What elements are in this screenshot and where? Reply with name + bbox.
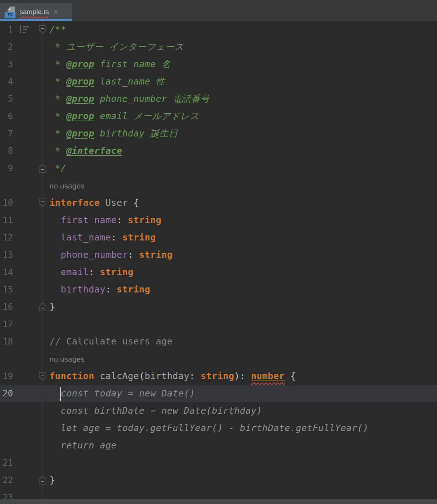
usages-inlay-hint[interactable]: no usages: [49, 355, 85, 363]
code-row-6[interactable]: 6 * @prop email メールアドレス: [0, 108, 437, 125]
code-token: interface: [49, 197, 100, 208]
code-token: {: [134, 197, 139, 208]
code-row-7[interactable]: 7 * @prop birthday 誕生日: [0, 125, 437, 142]
line-number: 20: [0, 385, 13, 402]
code-text: return age: [43, 437, 437, 454]
tab-sample-ts[interactable]: TS sample.ts ×: [0, 3, 72, 21]
fold-region-end-icon[interactable]: [39, 303, 47, 312]
code-token: // Calculate users age: [49, 336, 173, 347]
gutter: 4: [0, 73, 43, 90]
code-token: calcAge: [94, 371, 139, 381]
line-number: 5: [0, 90, 13, 108]
code-row-4[interactable]: 4 * @prop last_name 性: [0, 73, 437, 90]
code-token: email メールアドレス: [94, 111, 199, 121]
fold-region-start-icon[interactable]: [39, 199, 47, 208]
gutter: 3: [0, 56, 43, 73]
gutter: 11: [0, 212, 43, 229]
code-row-ghost-23[interactable]: let age = today.getFullYear() - birthDat…: [0, 420, 437, 437]
line-number: 15: [0, 281, 13, 298]
gutter: [0, 177, 43, 194]
line-number: 21: [0, 454, 13, 472]
gutter: 2: [0, 38, 43, 56]
code-text: /**: [43, 21, 437, 38]
code-text: first_name: string: [43, 212, 437, 229]
line-number: 16: [0, 298, 13, 316]
code-text: * @prop email メールアドレス: [43, 108, 437, 125]
code-token: @prop: [66, 111, 95, 121]
code-row-14[interactable]: 14 email: string: [0, 264, 437, 281]
fold-region-start-icon[interactable]: [39, 372, 47, 381]
code-row-ghost-24[interactable]: return age: [0, 437, 437, 454]
code-row-17[interactable]: 17: [0, 316, 437, 333]
code-row-8[interactable]: 8 * @interface: [0, 142, 437, 160]
code-token: phone_number: [49, 249, 128, 260]
gutter: 21: [0, 454, 43, 472]
code-row-18[interactable]: 18// Calculate users age: [0, 333, 437, 350]
code-token: string: [128, 215, 161, 225]
close-icon[interactable]: ×: [53, 8, 58, 16]
code-token: @prop: [66, 94, 95, 104]
fold-region-start-icon[interactable]: [39, 25, 47, 34]
code-row-13[interactable]: 13 phone_number: string: [0, 246, 437, 264]
code-row-2[interactable]: 2 * ユーザー インターフェース: [0, 38, 437, 56]
gutter: 8: [0, 142, 43, 160]
line-number: 6: [0, 108, 13, 125]
code-row-15[interactable]: 15 birthday: string: [0, 281, 437, 298]
fold-region-end-icon[interactable]: [39, 164, 47, 173]
code-token: /**: [49, 24, 66, 35]
code-row-11[interactable]: 11 first_name: string: [0, 212, 437, 229]
code-token: @interface: [66, 145, 122, 156]
code-row-1[interactable]: 1/**: [0, 21, 437, 38]
code-row-21[interactable]: 21: [0, 454, 437, 472]
code-token: :: [190, 371, 201, 381]
code-rows: 1/**2 * ユーザー インターフェース3 * @prop first_nam…: [0, 21, 437, 504]
code-text: * @prop first_name 名: [43, 56, 437, 73]
code-editor[interactable]: 1/**2 * ユーザー インターフェース3 * @prop first_nam…: [0, 21, 437, 504]
code-row-10[interactable]: 10interface User {: [0, 194, 437, 212]
code-token: * ユーザー インターフェース: [49, 42, 184, 52]
code-row-ghost-22[interactable]: const birthDate = new Date(birthday): [0, 402, 437, 420]
line-number: 19: [0, 368, 13, 385]
fold-region-end-icon[interactable]: [39, 476, 47, 485]
code-token: :: [89, 267, 100, 277]
gutter: [0, 350, 43, 368]
code-token: first_name: [49, 215, 117, 225]
code-token: (: [139, 371, 145, 381]
code-text: [43, 316, 437, 333]
code-token: string: [100, 267, 134, 277]
code-row-12[interactable]: 12 last_name: string: [0, 229, 437, 246]
line-number: 4: [0, 73, 13, 90]
gutter: [0, 437, 43, 454]
code-row-20[interactable]: 20 const today = new Date(): [0, 385, 437, 402]
line-number: 1: [0, 21, 13, 38]
line-number: 3: [0, 56, 13, 73]
code-text: * ユーザー インターフェース: [43, 38, 437, 56]
code-row-22[interactable]: 22}: [0, 472, 437, 489]
code-token: */: [49, 163, 66, 173]
code-token: *: [49, 145, 66, 156]
error-highlighted-token: number: [251, 371, 285, 381]
code-token: string: [122, 232, 156, 243]
code-token: :: [105, 284, 117, 295]
gutter: 14: [0, 264, 43, 281]
usages-inlay-hint[interactable]: no usages: [49, 182, 85, 190]
gutter: 20: [0, 385, 43, 402]
code-row-19[interactable]: 19function calcAge(birthday: string): nu…: [0, 368, 437, 385]
code-row-16[interactable]: 16}: [0, 298, 437, 316]
code-token: *: [49, 111, 66, 121]
code-token: :: [128, 249, 139, 260]
code-token: function: [49, 371, 94, 381]
code-row-9[interactable]: 9 */: [0, 160, 437, 177]
inlay-hint-row[interactable]: no usages: [0, 177, 437, 194]
code-token: const birthDate = new Date(birthday): [49, 405, 262, 416]
code-token: @prop: [66, 59, 95, 69]
code-token: last_name: [49, 232, 111, 243]
ts-badge: TS: [5, 12, 16, 18]
code-row-5[interactable]: 5 * @prop phone_number 電話番号: [0, 90, 437, 108]
inlay-hint-row[interactable]: no usages: [0, 350, 437, 368]
rendered-doc-toggle-icon[interactable]: [19, 25, 29, 34]
line-number: 22: [0, 472, 13, 489]
code-token: [49, 388, 61, 399]
code-row-3[interactable]: 3 * @prop first_name 名: [0, 56, 437, 73]
code-token: :: [111, 232, 122, 243]
